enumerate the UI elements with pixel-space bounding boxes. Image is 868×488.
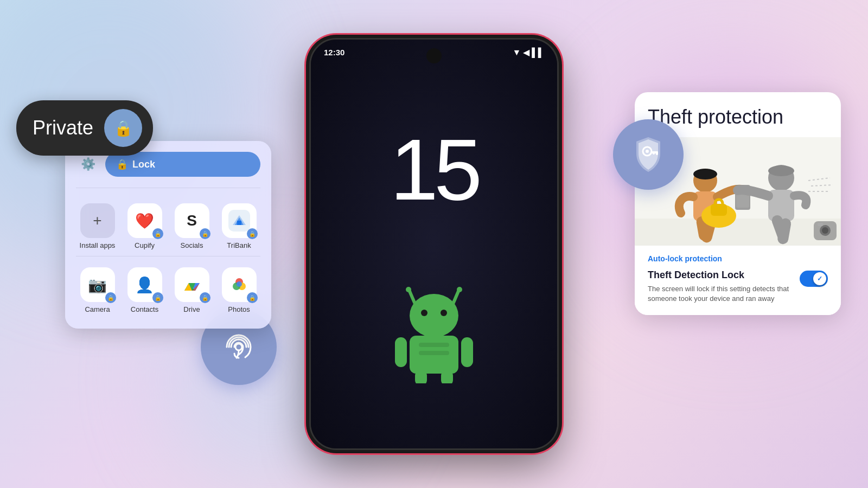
phone-container: 12:30 ▼ ◀ ▌▌ 15 [309,38,559,450]
app-lock-badge: 🔒 [200,292,210,303]
svg-rect-15 [395,337,407,367]
list-item[interactable]: S 🔒 Socials [170,199,213,254]
svg-rect-41 [711,204,727,216]
install-apps-icon: + [80,203,115,238]
svg-point-32 [693,169,717,179]
svg-point-6 [235,344,242,350]
app-label: Contacts [131,305,158,313]
svg-rect-19 [419,343,449,347]
app-grid-row2: 📷 🔒 Camera 👤 🔒 Contacts 🔒 [76,263,260,318]
app-lock-badge: 🔒 [200,228,210,239]
status-icons: ▼ ◀ ▌▌ [512,47,544,57]
app-lock-badge: 🔒 [247,228,258,239]
svg-rect-27 [635,219,841,246]
cupify-icon-wrapper: ❤️ 🔒 [127,203,162,238]
svg-point-13 [441,310,447,316]
app-label: Socials [181,241,203,249]
theft-detection-desc: The screen will lock if this setting det… [648,284,793,304]
app-label: TriBank [227,241,251,249]
svg-rect-1 [237,221,241,225]
theft-detection-row: Theft Detection Lock The screen will loc… [648,269,828,304]
theft-detection-title: Theft Detection Lock [648,269,793,281]
shield-icon [627,133,670,176]
list-item[interactable]: 🔒 Drive [170,263,213,318]
fingerprint-icon [217,325,260,369]
svg-point-5 [237,281,242,287]
divider [76,256,260,256]
photos-svg [229,274,250,295]
list-item[interactable]: 🔒 TriBank [218,199,260,254]
app-label: Install apps [80,241,116,249]
drawer-top-row: ⚙️ 🔒 Lock [76,152,260,188]
shield-circle [613,119,684,190]
tribank-svg [228,210,250,232]
phone-time: 12:30 [324,48,344,57]
app-lock-badge: 🔒 [247,292,258,303]
lock-btn-icon: 🔒 [116,158,128,170]
svg-rect-24 [656,151,658,155]
battery-icon: ▌▌ [532,48,544,57]
list-item[interactable]: 📷 🔒 Camera [76,263,119,318]
svg-rect-18 [441,370,453,383]
theft-detection-toggle[interactable]: ✓ [800,271,828,287]
svg-point-39 [768,165,794,176]
svg-point-47 [822,227,828,234]
svg-rect-20 [419,351,449,355]
tribank-icon-wrapper: 🔒 [222,203,257,238]
contacts-icon-wrapper: 👤 🔒 [127,267,162,302]
settings-icon: ⚙️ [81,157,95,171]
app-label: Cupify [135,241,155,249]
auto-lock-label: Auto-lock protection [648,254,828,263]
photos-icon-wrapper: 🔒 [222,267,257,302]
list-item[interactable]: + Install apps [76,199,119,254]
private-label: Private [33,117,93,139]
drive-icon-wrapper: 🔒 [175,267,209,302]
theft-card-bottom: Auto-lock protection Theft Detection Loc… [635,246,841,314]
android-figure [380,275,488,383]
private-pill: Private 🔒 [16,100,153,156]
phone-notch [426,48,442,63]
lock-btn-label: Lock [132,159,155,170]
app-drawer: ⚙️ 🔒 Lock + Install apps ❤️ 🔒 Cupify S 🔒 [65,141,271,329]
app-grid-row1: + Install apps ❤️ 🔒 Cupify S 🔒 Socials [76,199,260,254]
app-lock-badge: 🔒 [105,292,116,303]
svg-rect-25 [653,151,655,155]
app-lock-badge: 🔒 [152,228,163,239]
phone-screen: 12:30 ▼ ◀ ▌▌ 15 [311,40,557,448]
list-item[interactable]: 👤 🔒 Contacts [123,263,166,318]
private-lock-button[interactable]: 🔒 [104,109,142,147]
svg-rect-16 [461,337,473,367]
toggle-knob: ✓ [813,272,826,285]
theft-title: Theft protection [648,105,828,129]
drive-svg [182,274,202,295]
app-lock-badge: 🔒 [152,292,163,303]
svg-point-12 [421,310,427,316]
phone: 12:30 ▼ ◀ ▌▌ 15 [309,38,559,450]
signal-icon: ◀ [523,47,529,57]
lock-icon: 🔒 [114,119,133,137]
list-item[interactable]: ❤️ 🔒 Cupify [123,199,166,254]
app-label: Photos [228,305,250,313]
settings-button[interactable]: ⚙️ [76,152,100,176]
svg-point-10 [457,287,462,292]
svg-rect-48 [818,223,823,226]
socials-icon-wrapper: S 🔒 [175,203,209,238]
drawer-lock-button[interactable]: 🔒 Lock [105,152,260,177]
svg-point-22 [646,150,649,153]
phone-clock: 15 [390,126,478,213]
android-bot [380,275,488,383]
app-label: Drive [183,305,200,313]
svg-point-11 [410,294,458,337]
svg-rect-17 [415,370,427,383]
app-label: Camera [85,305,110,313]
toggle-check-icon: ✓ [817,275,822,282]
wifi-icon: ▼ [512,48,521,57]
theft-detection-text: Theft Detection Lock The screen will loc… [648,269,793,304]
camera-icon-wrapper: 📷 🔒 [80,267,115,302]
list-item[interactable]: 🔒 Photos [218,263,260,318]
svg-point-8 [406,287,411,292]
